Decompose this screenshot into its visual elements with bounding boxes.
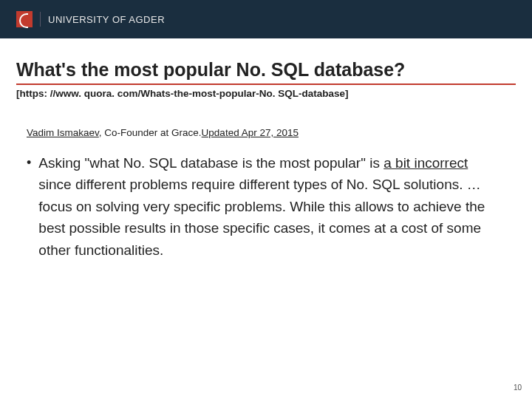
title-block: What's the most popular No. SQL database… [16, 59, 516, 99]
bullet-icon: • [27, 152, 31, 173]
slide: UNIVERSITY OF AGDER What's the most popu… [0, 0, 532, 399]
author-updated: Updated Apr 27, 2015 [202, 127, 299, 138]
author-line: Vadim Ismakaev, Co-Founder at Grace.Upda… [27, 127, 299, 138]
page-number: 10 [514, 383, 522, 392]
institution-name: UNIVERSITY OF AGDER [48, 14, 165, 25]
body-underlined: a bit incorrect [383, 155, 468, 171]
slide-title: What's the most popular No. SQL database… [16, 59, 516, 85]
author-name: Vadim Ismakaev [27, 127, 99, 138]
institution-logo: UNIVERSITY OF AGDER [16, 11, 165, 27]
body-paragraph: Asking "what No. SQL database is the mos… [38, 152, 502, 261]
header-bar: UNIVERSITY OF AGDER [0, 0, 532, 38]
logo-divider [40, 12, 41, 27]
bullet-item: • Asking "what No. SQL database is the m… [27, 152, 502, 261]
body-content: • Asking "what No. SQL database is the m… [27, 152, 502, 261]
body-post: since different problems require differe… [38, 177, 485, 257]
source-url: [https: //www. quora. com/Whats-the-most… [16, 88, 516, 99]
author-role: , Co-Founder at Grace. [99, 127, 202, 138]
logo-mark-icon [16, 11, 33, 27]
body-pre: Asking "what No. SQL database is the mos… [38, 155, 383, 171]
